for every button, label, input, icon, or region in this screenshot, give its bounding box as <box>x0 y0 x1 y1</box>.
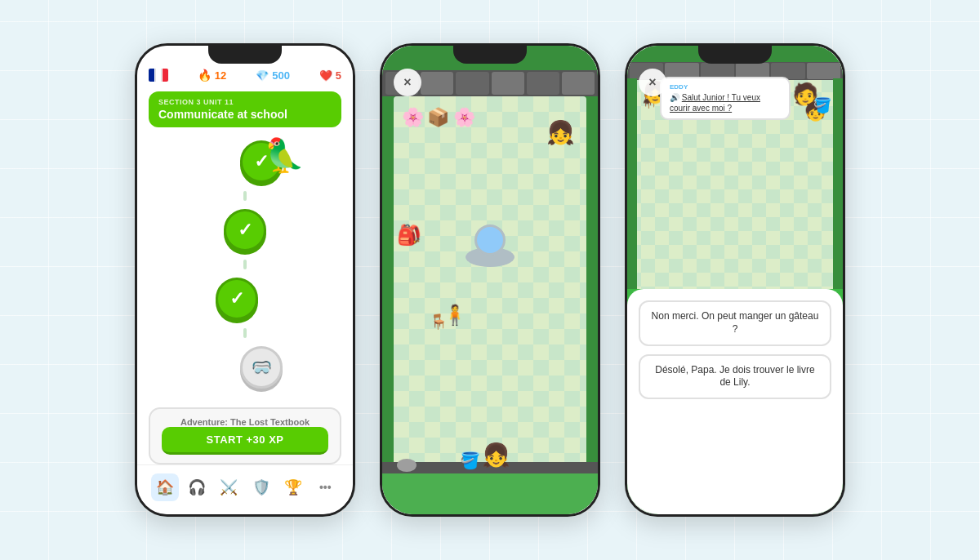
lesson-node-4[interactable]: 🥽 <box>240 346 283 389</box>
lesson-node-3[interactable]: ✓ <box>216 278 258 320</box>
close-button-3[interactable]: × <box>639 69 666 96</box>
phone-3-notch <box>698 46 772 64</box>
phone-2: 🌸 📦 🌸 👧 🎒 🧍 🪑 👧 🪣 <box>380 43 600 517</box>
gem-count: 500 <box>272 69 290 82</box>
flower-pots-top: 🌸 📦 🌸 <box>402 107 475 128</box>
response-btn-2[interactable]: Désolé, Papa. Je dois trouver le livre d… <box>639 354 831 399</box>
heart-stat: ❤️ 5 <box>319 69 341 82</box>
response-btn-1[interactable]: Non merci. On peut manger un gâteau ? <box>639 300 831 345</box>
flag-red <box>163 69 168 82</box>
character-pink: 👧 <box>546 119 575 146</box>
flag-blue <box>149 69 154 82</box>
node-row-1: ✓ 🦜 <box>240 140 283 183</box>
bottom-nav: 🏠 🎧 ⚔️ 🛡️ 🏆 ••• <box>137 464 353 514</box>
speaker-icon: 🔊 <box>670 93 679 102</box>
adventure-label: Adventure: The Lost Textbook <box>162 417 328 427</box>
start-button[interactable]: START +30 XP <box>162 427 328 455</box>
fire-count: 12 <box>215 69 226 82</box>
nav-trophy[interactable]: 🏆 <box>279 473 307 501</box>
chat-game-world: 👧 🪑 🧑 🧒 🪣 EDDY 🔊 Salut Junior ! Tu veux … <box>627 46 843 289</box>
owl-mascot: 🦜 <box>264 136 305 175</box>
nav-home[interactable]: 🏠 <box>151 473 179 501</box>
connector-1 <box>243 191 247 201</box>
connector-3 <box>243 328 247 338</box>
phone-1-notch <box>208 46 282 64</box>
section-label: SECTION 3 UNIT 11 <box>158 98 332 106</box>
npc-bubble-text: 🔊 Salut Junior ! Tu veux courir avec moi… <box>670 92 781 113</box>
section-title: Communicate at school <box>158 108 332 121</box>
heart-count: 5 <box>336 69 341 82</box>
nav-battle[interactable]: ⚔️ <box>215 473 243 501</box>
nav-shield[interactable]: 🛡️ <box>247 473 275 501</box>
node-row-4: 🥽 <box>240 346 283 389</box>
fire-icon: 🔥 <box>198 69 212 82</box>
section-banner: SECTION 3 UNIT 11 Communicate at school <box>149 91 341 127</box>
adventure-box: Adventure: The Lost Textbook START +30 X… <box>149 407 341 464</box>
check-icon-3: ✓ <box>229 288 244 309</box>
eddy-tag: EDDY <box>670 83 781 91</box>
node-row-2: ✓ <box>224 209 266 251</box>
gem-stat: 💎 500 <box>256 69 290 82</box>
fountain <box>466 218 514 267</box>
check-icon-2: ✓ <box>238 220 252 241</box>
french-flag <box>149 69 168 82</box>
connector-2 <box>243 260 247 269</box>
npc-speech-bubble: EDDY 🔊 Salut Junior ! Tu veux courir ave… <box>660 77 791 120</box>
phone-2-notch <box>453 46 527 64</box>
gem-icon: 💎 <box>256 69 269 82</box>
chat-panel: Non merci. On peut manger un gâteau ? Dé… <box>627 289 843 514</box>
lesson-node-1[interactable]: ✓ 🦜 <box>240 140 283 183</box>
character-bottom: 👧 <box>482 442 510 469</box>
rock <box>397 459 416 472</box>
bench: 🪑 <box>430 313 448 331</box>
flag-white <box>155 69 163 82</box>
phone-3: 👧 🪑 🧑 🧒 🪣 EDDY 🔊 Salut Junior ! Tu veux … <box>625 43 845 517</box>
close-button-2[interactable]: × <box>394 69 421 96</box>
bucket-bottom: 🪣 <box>460 451 480 470</box>
lesson-node-2[interactable]: ✓ <box>224 209 266 251</box>
phone-1: 🔥 12 💎 500 ❤️ 5 SECTION 3 UNIT 11 Commun… <box>135 43 355 517</box>
nav-listen[interactable]: 🎧 <box>183 473 211 501</box>
backpack-obj: 🎒 <box>397 224 421 247</box>
npc-speech-text: Salut Junior ! Tu veux courir avec moi ? <box>670 93 760 113</box>
heart-icon: ❤️ <box>319 69 332 82</box>
lesson-map: ✓ 🦜 ✓ ✓ <box>137 127 353 401</box>
bucket-right: 🪣 <box>813 96 831 114</box>
nav-more[interactable]: ••• <box>311 473 339 501</box>
goggle-icon: 🥽 <box>252 358 272 377</box>
fire-stat: 🔥 12 <box>198 69 226 82</box>
node-row-3: ✓ <box>216 278 258 320</box>
